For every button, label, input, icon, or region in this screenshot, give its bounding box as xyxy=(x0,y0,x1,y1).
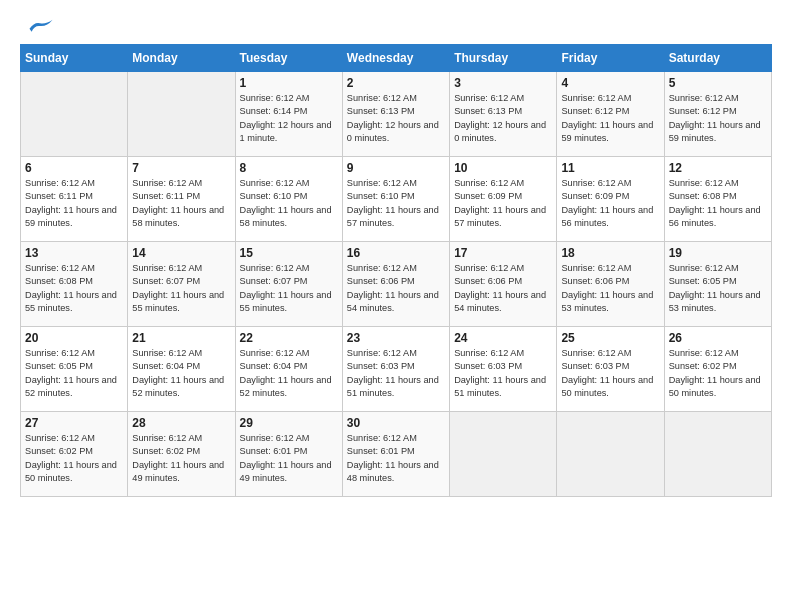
daylight-text: Daylight: 11 hours and 50 minutes. xyxy=(25,460,117,483)
day-info: Sunrise: 6:12 AMSunset: 6:03 PMDaylight:… xyxy=(561,347,659,400)
calendar-cell: 22Sunrise: 6:12 AMSunset: 6:04 PMDayligh… xyxy=(235,327,342,412)
day-number: 26 xyxy=(669,331,767,345)
sunrise-text: Sunrise: 6:12 AM xyxy=(240,348,310,358)
day-number: 2 xyxy=(347,76,445,90)
day-number: 18 xyxy=(561,246,659,260)
calendar-week-row: 6Sunrise: 6:12 AMSunset: 6:11 PMDaylight… xyxy=(21,157,772,242)
day-number: 4 xyxy=(561,76,659,90)
sunset-text: Sunset: 6:06 PM xyxy=(561,276,629,286)
sunset-text: Sunset: 6:13 PM xyxy=(347,106,415,116)
sunset-text: Sunset: 6:04 PM xyxy=(240,361,308,371)
daylight-text: Daylight: 11 hours and 49 minutes. xyxy=(132,460,224,483)
day-info: Sunrise: 6:12 AMSunset: 6:06 PMDaylight:… xyxy=(561,262,659,315)
day-info: Sunrise: 6:12 AMSunset: 6:01 PMDaylight:… xyxy=(347,432,445,485)
calendar-cell: 5Sunrise: 6:12 AMSunset: 6:12 PMDaylight… xyxy=(664,72,771,157)
daylight-text: Daylight: 11 hours and 55 minutes. xyxy=(240,290,332,313)
sunrise-text: Sunrise: 6:12 AM xyxy=(347,263,417,273)
day-info: Sunrise: 6:12 AMSunset: 6:02 PMDaylight:… xyxy=(25,432,123,485)
calendar-cell: 4Sunrise: 6:12 AMSunset: 6:12 PMDaylight… xyxy=(557,72,664,157)
day-info: Sunrise: 6:12 AMSunset: 6:13 PMDaylight:… xyxy=(454,92,552,145)
day-info: Sunrise: 6:12 AMSunset: 6:02 PMDaylight:… xyxy=(132,432,230,485)
calendar-cell: 14Sunrise: 6:12 AMSunset: 6:07 PMDayligh… xyxy=(128,242,235,327)
daylight-text: Daylight: 11 hours and 49 minutes. xyxy=(240,460,332,483)
calendar-cell: 26Sunrise: 6:12 AMSunset: 6:02 PMDayligh… xyxy=(664,327,771,412)
sunrise-text: Sunrise: 6:12 AM xyxy=(132,263,202,273)
day-info: Sunrise: 6:12 AMSunset: 6:11 PMDaylight:… xyxy=(25,177,123,230)
calendar-cell: 21Sunrise: 6:12 AMSunset: 6:04 PMDayligh… xyxy=(128,327,235,412)
sunrise-text: Sunrise: 6:12 AM xyxy=(347,433,417,443)
calendar-cell: 15Sunrise: 6:12 AMSunset: 6:07 PMDayligh… xyxy=(235,242,342,327)
calendar-cell: 8Sunrise: 6:12 AMSunset: 6:10 PMDaylight… xyxy=(235,157,342,242)
sunrise-text: Sunrise: 6:12 AM xyxy=(240,93,310,103)
day-number: 28 xyxy=(132,416,230,430)
day-info: Sunrise: 6:12 AMSunset: 6:05 PMDaylight:… xyxy=(25,347,123,400)
sunrise-text: Sunrise: 6:12 AM xyxy=(25,433,95,443)
sunset-text: Sunset: 6:09 PM xyxy=(454,191,522,201)
day-info: Sunrise: 6:12 AMSunset: 6:08 PMDaylight:… xyxy=(669,177,767,230)
calendar-cell: 2Sunrise: 6:12 AMSunset: 6:13 PMDaylight… xyxy=(342,72,449,157)
sunset-text: Sunset: 6:01 PM xyxy=(240,446,308,456)
calendar-cell: 25Sunrise: 6:12 AMSunset: 6:03 PMDayligh… xyxy=(557,327,664,412)
calendar-cell: 9Sunrise: 6:12 AMSunset: 6:10 PMDaylight… xyxy=(342,157,449,242)
day-number: 14 xyxy=(132,246,230,260)
sunrise-text: Sunrise: 6:12 AM xyxy=(454,178,524,188)
day-number: 13 xyxy=(25,246,123,260)
day-number: 19 xyxy=(669,246,767,260)
day-info: Sunrise: 6:12 AMSunset: 6:06 PMDaylight:… xyxy=(347,262,445,315)
calendar-cell: 24Sunrise: 6:12 AMSunset: 6:03 PMDayligh… xyxy=(450,327,557,412)
daylight-text: Daylight: 11 hours and 59 minutes. xyxy=(669,120,761,143)
sunrise-text: Sunrise: 6:12 AM xyxy=(347,348,417,358)
calendar-week-row: 13Sunrise: 6:12 AMSunset: 6:08 PMDayligh… xyxy=(21,242,772,327)
day-number: 5 xyxy=(669,76,767,90)
day-info: Sunrise: 6:12 AMSunset: 6:03 PMDaylight:… xyxy=(454,347,552,400)
calendar-cell: 6Sunrise: 6:12 AMSunset: 6:11 PMDaylight… xyxy=(21,157,128,242)
day-info: Sunrise: 6:12 AMSunset: 6:09 PMDaylight:… xyxy=(561,177,659,230)
daylight-text: Daylight: 11 hours and 52 minutes. xyxy=(240,375,332,398)
calendar-cell: 27Sunrise: 6:12 AMSunset: 6:02 PMDayligh… xyxy=(21,412,128,497)
daylight-text: Daylight: 11 hours and 50 minutes. xyxy=(669,375,761,398)
day-number: 23 xyxy=(347,331,445,345)
sunset-text: Sunset: 6:02 PM xyxy=(669,361,737,371)
day-number: 6 xyxy=(25,161,123,175)
calendar-week-row: 20Sunrise: 6:12 AMSunset: 6:05 PMDayligh… xyxy=(21,327,772,412)
sunrise-text: Sunrise: 6:12 AM xyxy=(454,93,524,103)
sunrise-text: Sunrise: 6:12 AM xyxy=(669,93,739,103)
day-number: 7 xyxy=(132,161,230,175)
sunrise-text: Sunrise: 6:12 AM xyxy=(561,263,631,273)
calendar-cell: 13Sunrise: 6:12 AMSunset: 6:08 PMDayligh… xyxy=(21,242,128,327)
daylight-text: Daylight: 11 hours and 55 minutes. xyxy=(132,290,224,313)
sunset-text: Sunset: 6:12 PM xyxy=(561,106,629,116)
day-info: Sunrise: 6:12 AMSunset: 6:04 PMDaylight:… xyxy=(240,347,338,400)
sunset-text: Sunset: 6:09 PM xyxy=(561,191,629,201)
calendar-cell xyxy=(21,72,128,157)
calendar-cell: 19Sunrise: 6:12 AMSunset: 6:05 PMDayligh… xyxy=(664,242,771,327)
daylight-text: Daylight: 11 hours and 53 minutes. xyxy=(561,290,653,313)
sunrise-text: Sunrise: 6:12 AM xyxy=(25,348,95,358)
logo-bird-icon xyxy=(26,16,54,34)
sunrise-text: Sunrise: 6:12 AM xyxy=(669,178,739,188)
sunset-text: Sunset: 6:02 PM xyxy=(132,446,200,456)
calendar-cell: 20Sunrise: 6:12 AMSunset: 6:05 PMDayligh… xyxy=(21,327,128,412)
day-number: 8 xyxy=(240,161,338,175)
calendar-week-row: 27Sunrise: 6:12 AMSunset: 6:02 PMDayligh… xyxy=(21,412,772,497)
weekday-header-wednesday: Wednesday xyxy=(342,45,449,72)
weekday-header-row: SundayMondayTuesdayWednesdayThursdayFrid… xyxy=(21,45,772,72)
calendar-cell: 16Sunrise: 6:12 AMSunset: 6:06 PMDayligh… xyxy=(342,242,449,327)
page-header xyxy=(20,20,772,34)
sunrise-text: Sunrise: 6:12 AM xyxy=(561,178,631,188)
day-info: Sunrise: 6:12 AMSunset: 6:01 PMDaylight:… xyxy=(240,432,338,485)
weekday-header-saturday: Saturday xyxy=(664,45,771,72)
calendar-cell xyxy=(450,412,557,497)
sunrise-text: Sunrise: 6:12 AM xyxy=(561,348,631,358)
calendar-cell: 11Sunrise: 6:12 AMSunset: 6:09 PMDayligh… xyxy=(557,157,664,242)
daylight-text: Daylight: 11 hours and 57 minutes. xyxy=(347,205,439,228)
sunrise-text: Sunrise: 6:12 AM xyxy=(25,263,95,273)
sunrise-text: Sunrise: 6:12 AM xyxy=(132,178,202,188)
daylight-text: Daylight: 11 hours and 51 minutes. xyxy=(454,375,546,398)
sunset-text: Sunset: 6:11 PM xyxy=(132,191,200,201)
daylight-text: Daylight: 11 hours and 58 minutes. xyxy=(132,205,224,228)
sunrise-text: Sunrise: 6:12 AM xyxy=(132,433,202,443)
daylight-text: Daylight: 11 hours and 55 minutes. xyxy=(25,290,117,313)
sunset-text: Sunset: 6:06 PM xyxy=(347,276,415,286)
sunrise-text: Sunrise: 6:12 AM xyxy=(561,93,631,103)
